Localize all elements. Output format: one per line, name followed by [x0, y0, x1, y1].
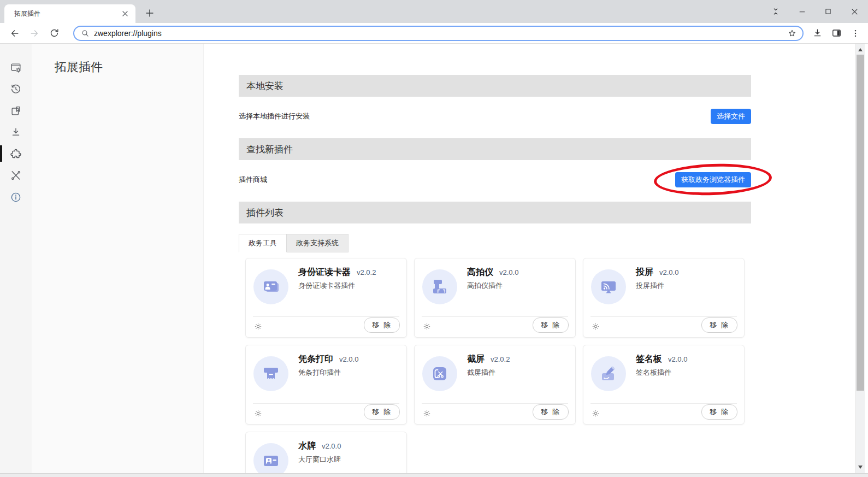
plugin-card: 水牌 v2.0.0 大厅窗口水牌 移 除: [245, 432, 407, 473]
plugin-desc: 截屏插件: [467, 368, 495, 378]
plugin-version: v2.0.0: [499, 268, 518, 276]
back-icon[interactable]: [8, 26, 22, 40]
choose-file-button[interactable]: 选择文件: [711, 109, 751, 124]
close-window-icon[interactable]: [848, 5, 860, 17]
browser-tab[interactable]: 拓展插件: [4, 4, 135, 23]
bookmark-star-icon[interactable]: [787, 28, 797, 38]
tools-icon[interactable]: [10, 169, 22, 181]
history-icon[interactable]: [10, 83, 22, 95]
remove-button[interactable]: 移 除: [533, 317, 569, 333]
plugin-version: v2.0.0: [668, 355, 687, 363]
plugin-version: v2.0.0: [339, 355, 358, 363]
maximize-icon[interactable]: [822, 5, 834, 17]
url-bar[interactable]: zwexplorer://plugins: [73, 26, 804, 41]
info-icon[interactable]: [10, 191, 22, 203]
plugin-card: 投屏 v2.0.0 投屏插件 移 除: [583, 258, 745, 338]
scroll-up-arrow-icon[interactable]: [858, 48, 863, 51]
divider: [422, 403, 568, 404]
settings-gear-icon[interactable]: [253, 322, 263, 331]
window-bottom-edge: [0, 473, 868, 477]
remove-button[interactable]: 移 除: [364, 317, 400, 333]
icon-rail: [0, 44, 32, 473]
bookmarks-icon[interactable]: [10, 105, 22, 117]
download-icon[interactable]: [812, 28, 823, 38]
plugin-card: 身份证读卡器 v2.0.2 身份证读卡器插件 移 除: [245, 258, 407, 338]
plugin-version: v2.0.2: [491, 355, 510, 363]
remove-button[interactable]: 移 除: [701, 317, 737, 333]
page-title: 拓展插件: [32, 44, 203, 75]
page-scrollbar[interactable]: [855, 44, 865, 473]
plugin-name: 身份证读卡器: [298, 267, 351, 278]
plugin-card: 凭条打印 v2.0.0 凭条打印插件 移 除: [245, 345, 407, 425]
divider: [253, 316, 399, 317]
plugin-desc: 身份证读卡器插件: [298, 281, 355, 291]
settings-gear-icon[interactable]: [422, 322, 432, 331]
side-panel-icon[interactable]: [831, 28, 842, 38]
scrollbar-thumb[interactable]: [857, 55, 864, 391]
plugin-version: v2.0.0: [322, 442, 341, 450]
plugin-name: 截屏: [467, 354, 485, 365]
section-plugin-list: 插件列表: [239, 202, 751, 223]
plugin-card: 高拍仪 v2.0.0 高拍仪插件 移 除: [414, 258, 576, 338]
local-install-row: 选择本地插件进行安装 选择文件: [239, 109, 751, 124]
menu-kebab-icon[interactable]: [851, 28, 860, 38]
forward-icon[interactable]: [27, 26, 42, 40]
tab-gov-support[interactable]: 政务支持系统: [286, 234, 349, 252]
plugin-desc: 签名板插件: [636, 368, 671, 378]
screenshot-icon: [422, 356, 457, 391]
plugin-desc: 大厅窗口水牌: [298, 455, 341, 464]
settings-gear-icon[interactable]: [591, 409, 600, 418]
settings-gear-icon[interactable]: [253, 409, 263, 418]
search-icon: [81, 29, 90, 38]
remove-button[interactable]: 移 除: [701, 404, 737, 420]
tab-gov-tools[interactable]: 政务工具: [239, 234, 287, 252]
plugin-card: 截屏 v2.0.2 截屏插件 移 除: [414, 345, 576, 425]
plugin-tabs: 政务工具 政务支持系统: [239, 234, 349, 252]
tab-close-icon[interactable]: [120, 9, 130, 19]
find-new-row: 插件商城 获取政务浏览器插件: [239, 172, 751, 187]
badge-card-icon: [253, 443, 288, 473]
get-plugins-button[interactable]: 获取政务浏览器插件: [675, 172, 751, 187]
plugin-name: 签名板: [636, 354, 662, 365]
toolbar-right: [812, 28, 860, 38]
plugin-name: 凭条打印: [298, 354, 333, 365]
plugin-name: 高拍仪: [467, 267, 493, 278]
plugin-name: 投屏: [636, 267, 653, 278]
settings-gear-icon[interactable]: [591, 322, 600, 331]
page-body: 拓展插件 本地安装 选择本地插件进行安装 选择文件 查找新插件 插件商城 获取政…: [0, 44, 868, 473]
window-settings-icon[interactable]: [10, 62, 22, 74]
new-tab-button[interactable]: [142, 5, 157, 21]
minimize-icon[interactable]: [796, 5, 808, 17]
tab-strip: 拓展插件: [0, 0, 868, 23]
collapse-window-icon[interactable]: [770, 5, 782, 17]
plugin-store-label: 插件商城: [239, 175, 267, 185]
plugin-version: v2.0.0: [659, 268, 678, 276]
divider: [253, 403, 399, 404]
tab-title: 拓展插件: [14, 9, 120, 19]
cast-screen-icon: [591, 269, 626, 304]
plugin-name: 水牌: [298, 440, 316, 452]
settings-gear-icon[interactable]: [422, 409, 432, 418]
active-item-indicator: [0, 145, 2, 162]
plugin-desc: 投屏插件: [636, 281, 664, 291]
extensions-icon[interactable]: [10, 148, 22, 160]
signature-pad-icon: [591, 356, 626, 391]
doc-camera-icon: [422, 269, 457, 304]
scroll-down-arrow-icon[interactable]: [858, 466, 863, 469]
plugin-card: 签名板 v2.0.0 签名板插件 移 除: [583, 345, 745, 425]
remove-button[interactable]: 移 除: [533, 404, 569, 420]
browser-window: 拓展插件: [0, 0, 868, 477]
window-controls: [770, 0, 860, 23]
main-content: 本地安装 选择本地插件进行安装 选择文件 查找新插件 插件商城 获取政务浏览器插…: [204, 44, 868, 473]
receipt-printer-icon: [253, 356, 288, 391]
url-text[interactable]: zwexplorer://plugins: [94, 29, 787, 38]
downloads-icon[interactable]: [10, 126, 22, 138]
section-find-new: 查找新插件: [239, 138, 751, 160]
plugin-version: v2.0.2: [357, 268, 376, 276]
reload-icon[interactable]: [47, 26, 61, 40]
remove-button[interactable]: 移 除: [364, 404, 400, 420]
local-install-desc: 选择本地插件进行安装: [239, 111, 310, 121]
browser-toolbar: zwexplorer://plugins: [0, 23, 868, 44]
plugin-desc: 高拍仪插件: [467, 281, 503, 291]
divider: [591, 316, 737, 317]
